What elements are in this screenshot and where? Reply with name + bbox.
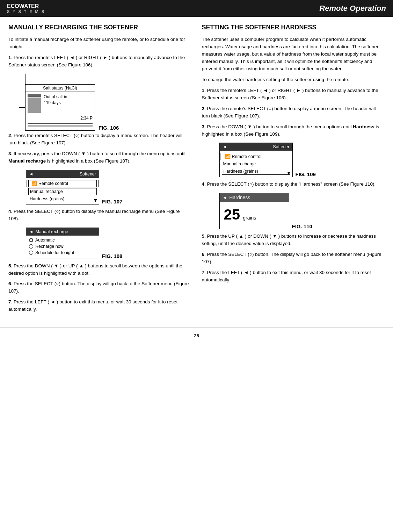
left-column: MANUALLY RECHARGING THE SOFTENER To init… <box>8 24 191 317</box>
fig107-remote: Remote control <box>38 181 68 186</box>
step-text: . Press the SELECT (○) button to display… <box>204 181 376 187</box>
step-text: . Press the remote's LEFT ( ◄ ) or RIGHT… <box>202 88 378 100</box>
fig108-body: Automatic Recharge now Schedule for toni… <box>26 236 99 259</box>
left-step-1: 1. Press the remote's LEFT ( ◄ ) or RIGH… <box>8 54 191 69</box>
logo: ECOWATER S Y S T E M S <box>7 3 45 14</box>
fig108-option3: Schedule for tonight <box>35 250 74 255</box>
step-num: 7 <box>8 299 11 304</box>
right-step-4: 4. Press the SELECT (○) button to displa… <box>202 181 385 188</box>
fig106-time: 2:34 P <box>26 115 95 122</box>
step-text: . Press the SELECT (○) button. The displ… <box>202 252 381 264</box>
fig109-header: ◄ Softener <box>220 143 292 151</box>
step-num: 7 <box>202 270 205 275</box>
step-num: 1 <box>8 55 11 60</box>
fig107-manual-recharge: Manual recharge <box>28 188 97 195</box>
step-num: 3 <box>8 151 11 156</box>
step-num: 3 <box>202 124 205 129</box>
radio-empty-icon <box>29 251 33 255</box>
fig107-label: FIG. 107 <box>102 199 122 204</box>
main-content: MANUALLY RECHARGING THE SOFTENER To init… <box>0 17 393 324</box>
logo-line2: S Y S T E M S <box>7 9 45 14</box>
left-step-7: 7. Press the LEFT ( ◄ ) button to exit t… <box>8 299 191 313</box>
fig110-header: ◄ Hardness <box>220 193 289 202</box>
radio-empty-icon <box>29 244 33 249</box>
fig109-manual-recharge: Manual recharge <box>222 161 290 167</box>
fig110-label: FIG. 110 <box>292 223 312 229</box>
fig109-header-text: Softener <box>273 144 289 149</box>
right-step-2: 2. Press the remote's SELECT (○) button … <box>202 105 385 120</box>
page-title: Remote Operation <box>319 4 386 13</box>
fig109-remote: Remote control <box>232 154 262 159</box>
fig107-body: 📶 Remote control Manual recharge Hardnes… <box>26 178 99 204</box>
step-num: 4 <box>202 181 205 187</box>
fig106-label: FIG. 106 <box>99 125 119 131</box>
fig110-device: ◄ Hardness 25 grains <box>219 193 289 229</box>
bold-hardness: Hardness <box>353 124 374 129</box>
step-num: 6 <box>8 281 11 286</box>
right-step-5: 5. Press the UP ( ▲ ) or DOWN ( ▼ ) butt… <box>202 233 385 247</box>
step-text: . Press the DOWN ( ▼ ) or UP ( ▲ ) butto… <box>8 263 182 276</box>
fig108-label: FIG. 108 <box>102 253 122 259</box>
fig107-container: ◄ Softener 📶 Remote control <box>26 170 191 204</box>
fig107-header: ◄ Softener <box>26 170 99 178</box>
left-step-5: 5. Press the DOWN ( ▼ ) or UP ( ▲ ) butt… <box>8 263 191 277</box>
fig108-container: ◄ Manual recharge Automatic Recharge now… <box>26 228 191 259</box>
left-step-3: 3. If necessary, press the DOWN ( ▼ ) bu… <box>8 150 191 165</box>
step-num: 6 <box>202 252 205 257</box>
fig110-body: 25 grains <box>220 202 289 229</box>
step-text: . Press the SELECT (○) button to display… <box>8 209 180 221</box>
fig107-menu: ◄ Softener 📶 Remote control <box>26 170 99 204</box>
step-num: 2 <box>202 106 205 111</box>
fig109-label: FIG. 109 <box>296 171 316 177</box>
fig110-header-text: Hardness <box>229 195 250 200</box>
fig109-device: ◄ Softener 📶 Remote control Manual recha… <box>219 143 293 177</box>
fig108-header-text: Manual recharge <box>35 229 68 234</box>
right-step-3: 3. Press the DOWN ( ▼ ) button to scroll… <box>202 123 385 138</box>
fig109-menu: ◄ Softener 📶 Remote control Manual recha… <box>219 143 293 177</box>
remote-icon: 📶 <box>225 154 231 159</box>
logo-line1: ECOWATER <box>7 3 45 9</box>
step-text: . Press the UP ( ▲ ) or DOWN ( ▼ ) butto… <box>202 233 376 246</box>
step-num: 5 <box>8 263 11 268</box>
down-arrow-icon: ▼ <box>286 170 291 176</box>
down-arrow-icon: ▼ <box>93 197 98 203</box>
right-step-7: 7. Press the LEFT ( ◄ ) button to exit t… <box>202 269 385 284</box>
left-step-2: 2. Press the remote's SELECT (○) button … <box>8 132 191 147</box>
fig106-device: Salt status (NaCl) Out of salt in 119 da… <box>25 84 95 131</box>
remote-icon: 📶 <box>31 181 37 186</box>
step-text: . Press the remote's SELECT (○) button t… <box>202 106 376 118</box>
step-num: 5 <box>202 233 205 239</box>
right-column: SETTING THE SOFTENER HARDNESS The soften… <box>202 24 385 317</box>
fig109-body: 📶 Remote control Manual recharge Hardnes… <box>220 151 292 177</box>
step-num: 2 <box>8 133 11 138</box>
left-heading: MANUALLY RECHARGING THE SOFTENER <box>8 24 191 31</box>
fig108-option1-row: Automatic <box>29 237 96 243</box>
fig109-container: ◄ Softener 📶 Remote control Manual recha… <box>219 143 385 177</box>
radio-filled-icon <box>29 238 33 242</box>
left-arrow-icon: ◄ <box>29 229 33 234</box>
step-text: . Press the DOWN ( ▼ ) button to scroll … <box>202 124 379 137</box>
hardness-unit: grains <box>243 215 256 221</box>
fig106-container: Salt status (NaCl) Out of salt in 119 da… <box>19 74 191 131</box>
step-text: . Press the LEFT ( ◄ ) button to exit th… <box>202 270 371 282</box>
fig108-header: ◄ Manual recharge <box>26 228 99 236</box>
page-number: 25 <box>194 333 199 338</box>
page-footer: 25 <box>0 327 393 344</box>
fig109-hardness: Hardness (grains) <box>222 168 290 175</box>
left-step-4: 4. Press the SELECT (○) button to displa… <box>8 208 191 223</box>
fig107-device: ◄ Softener 📶 Remote control <box>26 170 99 204</box>
left-step-6: 6. Press the SELECT (○) button. The disp… <box>8 280 191 295</box>
right-heading: SETTING THE SOFTENER HARDNESS <box>202 24 385 31</box>
step-text: . Press the LEFT ( ◄ ) button to exit th… <box>8 299 177 312</box>
fig108-option2-row: Recharge now <box>29 243 96 250</box>
step-num: 1 <box>202 88 205 93</box>
step-text: . Press the remote's LEFT ( ◄ ) or RIGHT… <box>8 55 185 67</box>
fig106-header: Salt status (NaCl) <box>26 85 95 92</box>
fig110-container: ◄ Hardness 25 grains FIG. 110 <box>219 193 385 229</box>
fig108-device: ◄ Manual recharge Automatic Recharge now… <box>26 228 99 259</box>
fig107-header-text: Softener <box>80 172 96 177</box>
hardness-value: 25 <box>224 207 240 222</box>
step-text: . Press the SELECT (○) button. The displ… <box>8 281 189 294</box>
fig108-option1: Automatic <box>35 238 55 243</box>
left-arrow-icon: ◄ <box>223 144 227 149</box>
